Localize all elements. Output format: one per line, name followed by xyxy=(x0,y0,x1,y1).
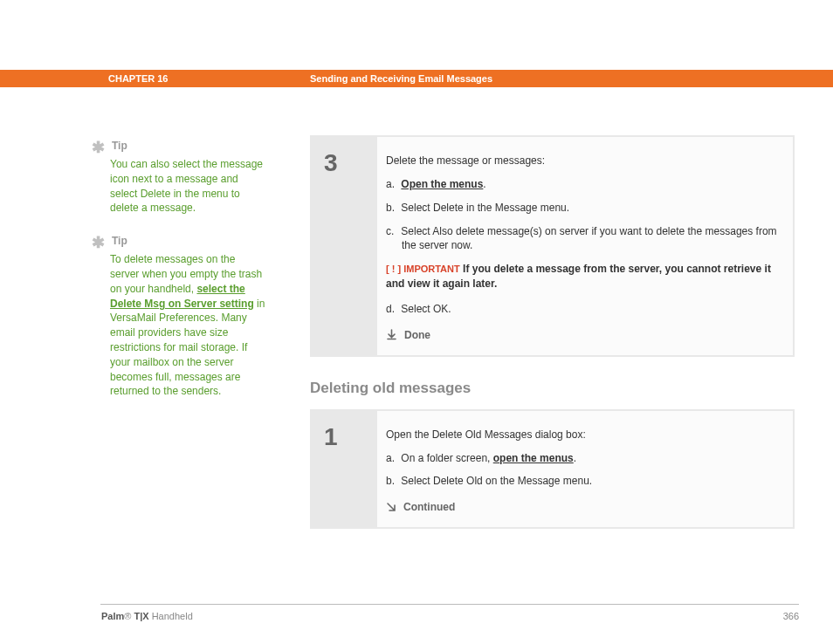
step-number: 1 xyxy=(324,423,377,451)
brand-model: T|X xyxy=(131,611,148,621)
done-icon xyxy=(386,329,397,340)
item-text: Select OK. xyxy=(401,303,451,315)
item-marker: c. xyxy=(386,224,398,239)
asterisk-icon: ✱ xyxy=(92,140,105,155)
item-link[interactable]: open the menus xyxy=(493,452,574,464)
list-item: a. Open the menus. xyxy=(386,177,779,192)
step-list: a. On a folder screen, open the menus. b… xyxy=(386,451,779,490)
tip-label: Tip xyxy=(112,235,127,247)
tip-block: ✱ Tip You can also select the message ic… xyxy=(92,140,266,216)
item-marker: b. xyxy=(386,474,398,489)
list-item: b. Select Delete Old on the Message menu… xyxy=(386,474,779,489)
footer-divider xyxy=(100,604,799,605)
page-number: 366 xyxy=(783,611,799,621)
section-heading: Deleting old messages xyxy=(310,380,795,397)
continued-indicator: Continued xyxy=(386,501,779,513)
important-callout: [ ! ] IMPORTANT If you delete a message … xyxy=(386,262,779,291)
page-footer: Palm® T|X Handheld 366 xyxy=(101,611,799,621)
step-number-column: 1 xyxy=(312,411,377,528)
step-content: Delete the message or messages: a. Open … xyxy=(377,137,793,355)
item-after: . xyxy=(483,178,485,190)
tip-body: You can also select the message icon nex… xyxy=(110,157,266,216)
step-list-continued: d. Select OK. xyxy=(386,302,779,317)
important-tag: [ ! ] IMPORTANT xyxy=(386,264,460,274)
tip-body: To delete messages on the server when yo… xyxy=(110,252,266,399)
continued-icon xyxy=(386,502,396,512)
step-intro: Open the Delete Old Messages dialog box: xyxy=(386,428,779,441)
item-link[interactable]: Open the menus xyxy=(401,178,483,190)
main-content: 3 Delete the message or messages: a. Ope… xyxy=(310,135,795,546)
item-marker: b. xyxy=(386,201,398,216)
footer-brand: Palm® T|X Handheld xyxy=(101,611,193,621)
tip-header: ✱ Tip xyxy=(92,235,266,250)
item-text: Select Delete in the Message menu. xyxy=(401,202,569,214)
item-after: . xyxy=(574,452,576,464)
step-number: 3 xyxy=(324,149,377,177)
item-text: Select Delete Old on the Message menu. xyxy=(401,475,592,487)
tip-text: You can also select the message icon nex… xyxy=(110,158,263,214)
chapter-label: CHAPTER 16 xyxy=(108,73,168,84)
tip-block: ✱ Tip To delete messages on the server w… xyxy=(92,235,266,399)
item-marker: a. xyxy=(386,177,398,192)
step-number-column: 3 xyxy=(312,137,377,355)
list-item: b. Select Delete in the Message menu. xyxy=(386,201,779,216)
list-item: d. Select OK. xyxy=(386,302,779,317)
item-text: Select Also delete message(s) on server … xyxy=(401,225,776,252)
step-intro: Delete the message or messages: xyxy=(386,154,779,167)
chapter-header-bar: CHAPTER 16 Sending and Receiving Email M… xyxy=(0,70,833,87)
list-item: c. Select Also delete message(s) on serv… xyxy=(386,224,779,254)
brand-name: Palm xyxy=(101,611,124,621)
continued-label: Continued xyxy=(403,501,455,513)
item-marker: a. xyxy=(386,451,398,466)
tip-header: ✱ Tip xyxy=(92,140,266,155)
sidebar-tips: ✱ Tip You can also select the message ic… xyxy=(92,140,266,418)
list-item: a. On a folder screen, open the menus. xyxy=(386,451,779,466)
done-label: Done xyxy=(404,329,430,341)
tip-label: Tip xyxy=(112,140,127,152)
step-box-1: 1 Open the Delete Old Messages dialog bo… xyxy=(310,409,795,530)
item-marker: d. xyxy=(386,302,398,317)
brand-rest: Handheld xyxy=(149,611,193,621)
tip-text-after: in VersaMail Preferences. Many email pro… xyxy=(110,298,265,398)
chapter-title: Sending and Receiving Email Messages xyxy=(310,73,492,84)
asterisk-icon: ✱ xyxy=(92,235,105,250)
done-indicator: Done xyxy=(386,329,779,341)
step-list: a. Open the menus. b. Select Delete in t… xyxy=(386,177,779,253)
step-content: Open the Delete Old Messages dialog box:… xyxy=(377,411,793,528)
step-box-3: 3 Delete the message or messages: a. Ope… xyxy=(310,135,795,357)
item-before: On a folder screen, xyxy=(401,452,492,464)
